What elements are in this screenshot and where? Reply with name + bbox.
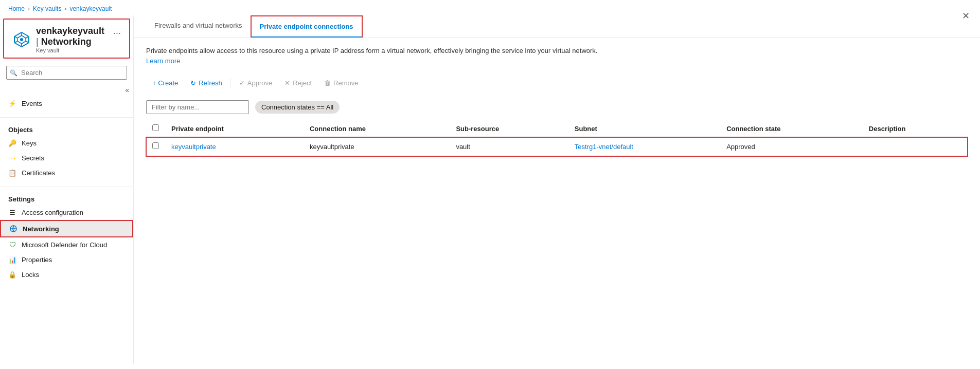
- reject-icon: ✕: [284, 79, 290, 87]
- breadcrumb-vault[interactable]: venkaykeyvault: [69, 5, 112, 12]
- remove-button[interactable]: 🗑 Remove: [318, 76, 364, 90]
- collapse-sidebar-button[interactable]: «: [125, 86, 129, 94]
- row-checkbox-cell: [146, 137, 165, 156]
- tab-private-endpoints[interactable]: Private endpoint connections: [251, 15, 363, 38]
- settings-section-label: Settings: [0, 189, 133, 205]
- search-icon: 🔍: [10, 69, 17, 77]
- connections-table: Private endpoint Connection name Sub-res…: [146, 120, 968, 156]
- sidebar-item-access-configuration[interactable]: ☰ Access configuration: [0, 205, 133, 220]
- remove-icon: 🗑: [324, 79, 331, 87]
- objects-nav: 🔑 Keys 🗝 Secrets 📋 Certificates: [0, 136, 133, 184]
- collapse-button-container: «: [0, 84, 133, 96]
- learn-more-link[interactable]: Learn more: [146, 57, 180, 65]
- refresh-icon: ↻: [190, 79, 196, 87]
- table-header-connection-state: Connection state: [720, 120, 863, 137]
- sidebar-item-secrets[interactable]: 🗝 Secrets: [0, 151, 133, 165]
- sidebar-header: venkaykeyvault | Networking Key vault ··…: [3, 19, 130, 59]
- table-header-subnet: Subnet: [568, 120, 720, 137]
- close-button[interactable]: ✕: [962, 10, 970, 22]
- table-body: keyvaultprivate keyvaultprivate vault Te…: [146, 137, 968, 156]
- row-private-endpoint: keyvaultprivate: [165, 137, 304, 156]
- reject-button[interactable]: ✕ Reject: [278, 76, 318, 90]
- certificates-icon: 📋: [8, 169, 16, 177]
- filter-row: Connection states == All: [146, 100, 968, 114]
- sidebar-item-events[interactable]: ⚡ Events: [0, 96, 133, 111]
- row-description: [863, 137, 968, 156]
- events-icon: ⚡: [8, 100, 16, 107]
- locks-icon: 🔒: [8, 271, 16, 279]
- select-all-checkbox[interactable]: [152, 124, 159, 131]
- svg-point-3: [20, 38, 23, 41]
- tab-firewalls[interactable]: Firewalls and virtual networks: [146, 15, 251, 38]
- defender-icon: 🛡: [8, 241, 16, 249]
- keyvault-icon: [12, 30, 31, 49]
- sidebar-item-keys[interactable]: 🔑 Keys: [0, 136, 133, 151]
- settings-nav: ☰ Access configuration Networking 🛡 Micr…: [0, 205, 133, 286]
- sidebar-item-certificates[interactable]: 📋 Certificates: [0, 165, 133, 180]
- sidebar-top-nav: ⚡ Events: [0, 96, 133, 115]
- page-title: venkaykeyvault | Networking: [36, 26, 108, 47]
- sidebar-item-defender[interactable]: 🛡 Microsoft Defender for Cloud: [0, 237, 133, 252]
- toolbar: + Create ↻ Refresh ✓ Approve ✕ Reject 🗑 …: [146, 74, 968, 92]
- breadcrumb-home[interactable]: Home: [8, 5, 25, 12]
- breadcrumb: Home › Key vaults › venkaykeyvault: [0, 0, 980, 15]
- approve-icon: ✓: [239, 79, 245, 87]
- main-content: Private endpoints allow access to this r…: [134, 38, 980, 164]
- sidebar-search-container: 🔍: [0, 62, 133, 84]
- approve-button[interactable]: ✓ Approve: [233, 76, 278, 90]
- table-header-checkbox: [146, 120, 165, 137]
- networking-icon: [9, 225, 17, 233]
- page-subtitle: Key vault: [36, 47, 108, 53]
- objects-section-label: Objects: [0, 120, 133, 136]
- search-input[interactable]: [6, 66, 127, 80]
- breadcrumb-keyvaults[interactable]: Key vaults: [33, 5, 61, 12]
- main-content-area: Firewalls and virtual networks Private e…: [134, 15, 980, 364]
- table-header-private-endpoint: Private endpoint: [165, 120, 304, 137]
- connection-states-badge[interactable]: Connection states == All: [255, 101, 340, 114]
- subnet-link[interactable]: Testrg1-vnet/default: [575, 143, 633, 151]
- sidebar: venkaykeyvault | Networking Key vault ··…: [0, 15, 134, 364]
- row-connection-state: Approved: [720, 137, 863, 156]
- row-checkbox[interactable]: [152, 142, 159, 149]
- divider-1: [0, 117, 133, 118]
- toolbar-divider-1: [230, 78, 231, 88]
- properties-icon: 📊: [8, 256, 16, 264]
- table-header: Private endpoint Connection name Sub-res…: [146, 120, 968, 137]
- divider-2: [0, 187, 133, 187]
- row-subnet: Testrg1-vnet/default: [568, 137, 720, 156]
- refresh-button[interactable]: ↻ Refresh: [184, 76, 228, 90]
- key-icon: 🔑: [8, 139, 16, 147]
- sidebar-item-networking[interactable]: Networking: [0, 220, 133, 237]
- table-header-sub-resource: Sub-resource: [450, 120, 568, 137]
- private-endpoint-link[interactable]: keyvaultprivate: [171, 143, 216, 151]
- more-options-icon[interactable]: ···: [113, 26, 121, 39]
- description-text: Private endpoints allow access to this r…: [146, 46, 609, 66]
- row-sub-resource: vault: [450, 137, 568, 156]
- table-header-description: Description: [863, 120, 968, 137]
- sidebar-item-properties[interactable]: 📊 Properties: [0, 252, 133, 267]
- row-connection-name: keyvaultprivate: [304, 137, 450, 156]
- access-icon: ☰: [8, 209, 16, 216]
- main-tabs: Firewalls and virtual networks Private e…: [134, 15, 980, 38]
- sidebar-item-locks[interactable]: 🔒 Locks: [0, 267, 133, 282]
- table-header-connection-name: Connection name: [304, 120, 450, 137]
- create-button[interactable]: + Create: [146, 76, 184, 90]
- table-row: keyvaultprivate keyvaultprivate vault Te…: [146, 137, 968, 156]
- filter-input[interactable]: [146, 100, 249, 114]
- secrets-icon: 🗝: [8, 154, 16, 162]
